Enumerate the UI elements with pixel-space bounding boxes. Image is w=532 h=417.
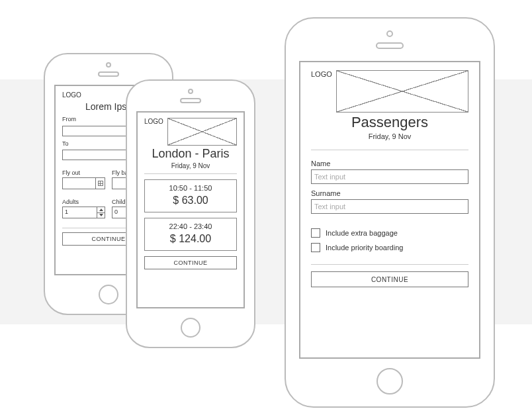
- logo-text: LOGO: [62, 91, 81, 99]
- divider: [311, 264, 468, 265]
- calendar-icon[interactable]: [95, 178, 105, 189]
- camera-icon: [188, 89, 193, 94]
- adults-stepper[interactable]: 1: [62, 207, 105, 218]
- flyout-label: Fly out: [62, 169, 105, 176]
- continue-button[interactable]: CONTINUE: [311, 271, 468, 287]
- flight-time: 10:50 - 11:50: [149, 184, 232, 192]
- image-placeholder-icon: [336, 70, 468, 113]
- earpiece-icon: [98, 71, 119, 77]
- divider: [144, 173, 237, 174]
- flyout-date-input[interactable]: [62, 177, 105, 189]
- chevron-down-icon[interactable]: [97, 213, 105, 218]
- flight-time: 22:40 - 23:40: [149, 222, 232, 230]
- page-title: Passengers: [311, 114, 468, 131]
- screen-passengers: LOGO Passengers Friday, 9 Nov Name Surna…: [299, 61, 480, 359]
- adults-label: Adults: [62, 199, 105, 205]
- screen-flights: LOGO London - Paris Friday, 9 Nov 10:50 …: [136, 111, 245, 308]
- flight-option[interactable]: 22:40 - 23:40 $ 124.00: [144, 218, 237, 251]
- flight-price: $ 124.00: [149, 233, 232, 245]
- camera-icon: [106, 62, 111, 68]
- surname-input[interactable]: [311, 199, 468, 214]
- chevron-up-icon[interactable]: [97, 207, 105, 213]
- logo-text: LOGO: [144, 118, 163, 125]
- divider: [311, 150, 468, 150]
- name-label: Name: [311, 160, 468, 167]
- phone-frame-passengers: LOGO Passengers Friday, 9 Nov Name Surna…: [285, 17, 495, 408]
- logo-text: LOGO: [311, 70, 332, 78]
- priority-boarding-label: Include priority boarding: [326, 244, 403, 252]
- extra-baggage-option[interactable]: Include extra baggage: [311, 228, 468, 238]
- home-button[interactable]: [181, 318, 200, 338]
- flight-option[interactable]: 10:50 - 11:50 $ 63.00: [144, 179, 237, 212]
- route-title: London - Paris: [144, 147, 237, 161]
- home-button[interactable]: [99, 285, 118, 304]
- date-subtitle: Friday, 9 Nov: [311, 132, 468, 140]
- earpiece-icon: [180, 98, 201, 103]
- continue-button[interactable]: CONTINUE: [144, 256, 237, 269]
- home-button[interactable]: [377, 368, 403, 394]
- priority-boarding-option[interactable]: Include priority boarding: [311, 243, 468, 252]
- image-placeholder-icon: [167, 118, 237, 146]
- extra-baggage-label: Include extra baggage: [326, 229, 398, 237]
- date-subtitle: Friday, 9 Nov: [144, 162, 237, 169]
- flight-price: $ 63.00: [149, 195, 232, 207]
- camera-icon: [386, 30, 393, 37]
- phone-frame-flights: LOGO London - Paris Friday, 9 Nov 10:50 …: [126, 79, 255, 348]
- checkbox-icon[interactable]: [311, 228, 320, 238]
- adults-value: 1: [63, 207, 97, 218]
- earpiece-icon: [376, 42, 404, 49]
- name-input[interactable]: [311, 169, 468, 184]
- surname-label: Surname: [311, 189, 468, 197]
- checkbox-icon[interactable]: [311, 243, 320, 252]
